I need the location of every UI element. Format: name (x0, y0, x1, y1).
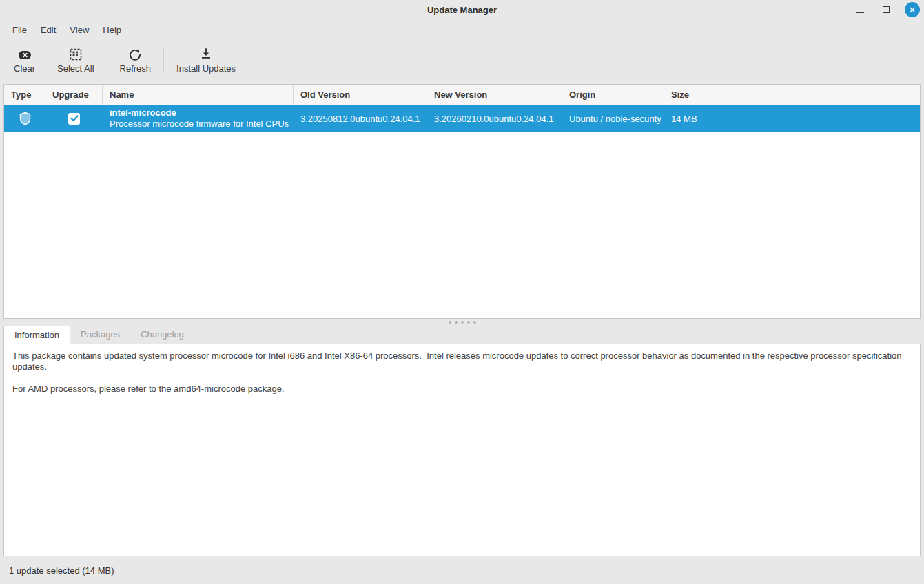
menu-view[interactable]: View (63, 22, 96, 38)
column-header-new-version[interactable]: New Version (427, 85, 562, 105)
close-icon: ✕ (909, 5, 916, 14)
install-updates-button[interactable]: Install Updates (165, 44, 247, 76)
check-icon (70, 115, 79, 122)
column-header-origin[interactable]: Origin (562, 85, 664, 105)
splitter-dot (467, 321, 470, 324)
menu-help[interactable]: Help (96, 22, 128, 38)
column-header-size[interactable]: Size (664, 85, 920, 105)
information-paragraph: For AMD processors, please refer to the … (12, 384, 912, 395)
table-row[interactable]: intel-microcode Processor microcode firm… (4, 105, 920, 132)
refresh-icon (129, 47, 141, 61)
tab-changelog[interactable]: Changelog (130, 326, 194, 344)
install-updates-icon (201, 47, 212, 61)
status-text: 1 update selected (14 MB) (9, 565, 114, 576)
minimize-icon (856, 12, 864, 13)
package-description: Processor microcode firmware for Intel C… (110, 118, 289, 129)
title-bar: Update Manager ✕ (0, 0, 924, 19)
maximize-icon (883, 6, 890, 13)
size-cell: 14 MB (664, 105, 920, 132)
information-panel: This package contains updated system pro… (3, 344, 921, 556)
minimize-button[interactable] (852, 2, 867, 17)
old-version-cell: 3.20250812.0ubuntu0.24.04.1 (294, 105, 427, 132)
menu-edit[interactable]: Edit (34, 22, 63, 38)
toolbar-separator (163, 48, 164, 72)
window-controls: ✕ (852, 0, 920, 19)
column-header-type[interactable]: Type (4, 85, 45, 105)
origin-cell: Ubuntu / noble-security (562, 105, 664, 132)
toolbar: Clear Select All Refresh (0, 40, 924, 80)
detail-tabs: Information Packages Changelog (3, 326, 921, 344)
security-shield-icon (19, 112, 31, 125)
name-cell: intel-microcode Processor microcode firm… (103, 105, 294, 132)
select-all-button[interactable]: Select All (46, 44, 105, 76)
install-updates-label: Install Updates (176, 63, 236, 74)
clear-button[interactable]: Clear (3, 44, 46, 76)
table-header: Type Upgrade Name Old Version New Versio… (4, 85, 920, 105)
package-name: intel-microcode (110, 107, 176, 118)
tab-information[interactable]: Information (3, 326, 70, 344)
upgrade-cell (45, 105, 103, 132)
menu-file[interactable]: File (6, 22, 34, 38)
toolbar-separator (107, 48, 107, 72)
splitter-dot (449, 321, 451, 324)
clear-icon (17, 47, 32, 61)
clear-label: Clear (14, 63, 35, 74)
pane-splitter-handle[interactable] (3, 319, 921, 326)
information-paragraph: This package contains updated system pro… (12, 351, 912, 373)
menu-bar: File Edit View Help (0, 19, 924, 40)
close-button[interactable]: ✕ (905, 2, 920, 17)
column-header-old-version[interactable]: Old Version (294, 85, 427, 105)
splitter-dot (461, 321, 464, 324)
splitter-dot (473, 321, 476, 324)
select-all-icon (70, 47, 82, 61)
splitter-dot (455, 321, 458, 324)
refresh-label: Refresh (120, 63, 152, 74)
refresh-button[interactable]: Refresh (109, 44, 163, 76)
upgrade-checkbox[interactable] (68, 113, 80, 125)
updates-table: Type Upgrade Name Old Version New Versio… (3, 84, 921, 319)
select-all-label: Select All (57, 63, 94, 74)
tab-packages[interactable]: Packages (70, 326, 130, 344)
status-bar: 1 update selected (14 MB) (0, 556, 924, 584)
maximize-button[interactable] (879, 2, 894, 17)
new-version-cell: 3.20260210.0ubuntu0.24.04.1 (427, 105, 562, 132)
column-header-name[interactable]: Name (103, 85, 294, 105)
type-cell (4, 105, 45, 132)
column-header-upgrade[interactable]: Upgrade (45, 85, 103, 105)
window-title: Update Manager (0, 0, 924, 19)
